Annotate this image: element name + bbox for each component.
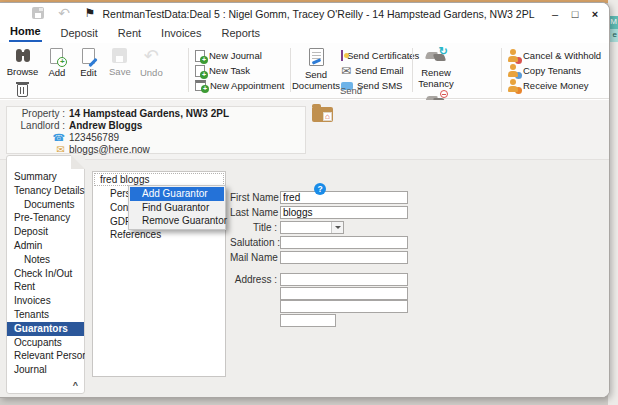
sidebar-item-check-in-out[interactable]: Check In/Out	[7, 267, 84, 281]
tab-rent[interactable]: Rent	[117, 25, 142, 42]
minimize-button[interactable]: –	[547, 6, 563, 22]
landlord-label: Landlord :	[7, 120, 65, 131]
ribbon-group-tenancy: ↻ Renew Tenancy Terminate Tenancy	[416, 45, 498, 97]
sidebar-item-journal[interactable]: Journal	[7, 363, 84, 377]
close-button[interactable]: ×	[587, 6, 603, 22]
tab-invoices[interactable]: Invoices	[160, 25, 202, 42]
sidebar-item-admin[interactable]: Admin	[7, 239, 84, 253]
ribbon-group-money: Cancel & Withhold Copy Tenants Receive M…	[507, 45, 603, 97]
ribbon: Browse + Add Edit Save ↶ Undo Delete	[0, 43, 609, 99]
last-name-label: Last Name :	[230, 207, 277, 218]
edit-button[interactable]: Edit	[75, 45, 102, 78]
sidebar-item-pre-tenancy[interactable]: Pre-Tenancy	[7, 211, 84, 225]
sidebar-item-relevant-persons[interactable]: Relevant Persons	[7, 349, 84, 363]
sidebar-item-invoices[interactable]: Invoices	[7, 294, 84, 308]
sidebar-collapse-arrow[interactable]: ^	[73, 380, 78, 390]
first-name-label: First Name :	[230, 192, 277, 203]
person-copy-icon	[507, 64, 519, 77]
property-header: Property : 14 Hampstead Gardens, NW3 2PL…	[0, 100, 609, 159]
background-text-fragment: M	[610, 17, 617, 26]
content-area: Summary Tenancy Details Documents Pre-Te…	[0, 159, 609, 398]
sidebar-item-tenancy-details[interactable]: Tenancy Details	[7, 184, 84, 198]
address-line1-field[interactable]	[280, 273, 408, 286]
salutation-label: Salutation :	[230, 237, 277, 248]
undo-arrow-icon: ↶	[144, 48, 159, 64]
title-dropdown[interactable]	[280, 221, 344, 234]
title-label: Title :	[230, 222, 277, 233]
sidebar-item-occupants[interactable]: Occupants	[7, 336, 84, 350]
address-label: Address :	[230, 274, 277, 285]
cancel-withhold-button[interactable]: Cancel & Withhold	[507, 49, 603, 62]
sidebar-item-documents[interactable]: Documents	[7, 198, 84, 212]
document-pen-icon	[309, 48, 324, 66]
title-bar: ↶ ⚑ RentmanTestData:Deal 5 : Nigel Gomm,…	[0, 3, 609, 25]
undo-button[interactable]: ↶ Undo	[138, 45, 165, 78]
help-icon[interactable]: ?	[314, 183, 326, 195]
browse-button[interactable]: Browse	[6, 45, 39, 77]
save-icon[interactable]	[30, 5, 46, 21]
mail-name-field[interactable]	[280, 251, 408, 264]
add-button[interactable]: + Add	[43, 45, 70, 78]
ribbon-group-record: Browse + Add Edit Save ↶ Undo Delete	[6, 45, 184, 97]
handshake-renew-icon: ↻	[426, 48, 446, 64]
ribbon-group-send: Send Documents Send Certificates ✉ Send …	[293, 45, 409, 97]
task-icon: +	[195, 65, 205, 77]
ribbon-group-new: + New Journal + New Task + New Appointme…	[195, 45, 287, 97]
receive-money-button[interactable]: Receive Money	[507, 79, 603, 92]
new-journal-button[interactable]: + New Journal	[195, 49, 287, 62]
context-menu: Add Guarantor Find Guarantor Remove Guar…	[128, 185, 226, 230]
journal-icon: +	[195, 50, 205, 62]
address-line3-field[interactable]	[280, 300, 408, 313]
calendar-icon: +	[195, 80, 206, 91]
certificate-icon	[341, 50, 343, 61]
tab-reports[interactable]: Reports	[220, 25, 261, 42]
window-controls: – □ ×	[547, 6, 609, 22]
sidebar-item-guarantors[interactable]: Guarantors	[7, 322, 84, 336]
app-window: ↶ ⚑ RentmanTestData:Deal 5 : Nigel Gomm,…	[0, 2, 610, 398]
sidebar-item-notes[interactable]: Notes	[7, 253, 84, 267]
binoculars-icon	[14, 48, 32, 63]
first-name-field[interactable]	[280, 191, 408, 204]
sidebar-item-tenants[interactable]: Tenants	[7, 308, 84, 322]
salutation-field[interactable]	[280, 236, 408, 249]
sidebar-item-rent[interactable]: Rent	[7, 280, 84, 294]
new-appointment-button[interactable]: + New Appointment	[195, 79, 287, 92]
envelope-icon: ✉	[341, 65, 351, 77]
add-page-icon: +	[50, 48, 63, 64]
new-task-button[interactable]: + New Task	[195, 64, 287, 77]
mail-name-label: Mail Name :	[230, 252, 277, 263]
ribbon-tab-row: Home Deposit Rent Invoices Reports	[0, 25, 609, 43]
property-folder-icon[interactable]: ⌂	[312, 107, 333, 122]
edit-pencil-icon	[82, 48, 95, 64]
renew-tenancy-button[interactable]: ↻ Renew Tenancy	[416, 45, 456, 89]
menu-item-remove-guarantor[interactable]: Remove Guarantor	[130, 214, 224, 228]
house-icon: ⌂	[323, 112, 332, 121]
email-icon: ✉	[7, 144, 65, 155]
maximize-button[interactable]: □	[567, 6, 583, 22]
property-value: 14 Hampstead Gardens, NW3 2PL	[69, 108, 229, 119]
sidebar-item-deposit[interactable]: Deposit	[7, 225, 84, 239]
sidebar-item-summary[interactable]: Summary	[7, 170, 84, 184]
address-line4-field[interactable]	[280, 314, 336, 327]
menu-item-find-guarantor[interactable]: Find Guarantor	[130, 201, 224, 215]
save-button[interactable]: Save	[106, 45, 133, 77]
ribbon-separator	[290, 48, 291, 92]
flag-icon[interactable]: ⚑	[82, 5, 98, 21]
copy-tenants-button[interactable]: Copy Tenants	[507, 64, 603, 77]
tab-home[interactable]: Home	[9, 23, 42, 42]
send-certificates-button[interactable]: Send Certificates	[341, 49, 409, 62]
send-email-button[interactable]: ✉ Send Email	[341, 64, 409, 77]
tab-deposit[interactable]: Deposit	[60, 25, 99, 42]
property-info-box: Property : 14 Hampstead Gardens, NW3 2PL…	[6, 106, 306, 154]
menu-item-add-guarantor[interactable]: Add Guarantor	[130, 187, 224, 201]
address-line2-field[interactable]	[280, 287, 408, 300]
landlord-phone: 123456789	[69, 132, 119, 143]
undo-icon[interactable]: ↶	[56, 5, 72, 21]
list-item-references[interactable]: References	[93, 228, 225, 242]
phone-icon: ☎	[7, 132, 65, 143]
property-label: Property :	[7, 108, 65, 119]
last-name-field[interactable]	[280, 206, 408, 219]
ribbon-separator	[501, 48, 502, 92]
landlord-email: bloggs@here.now	[69, 144, 150, 155]
trash-icon	[17, 84, 28, 97]
